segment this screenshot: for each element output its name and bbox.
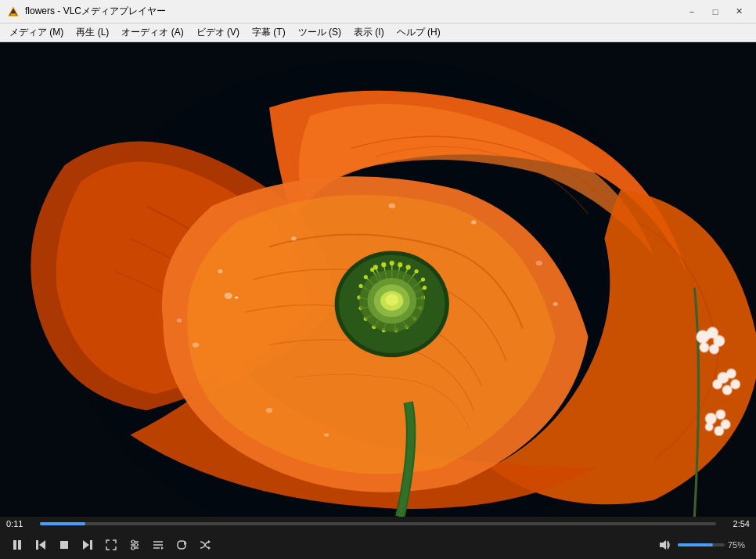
svg-rect-90 — [60, 541, 68, 549]
svg-point-76 — [712, 379, 722, 389]
menu-media[interactable]: メディア (M) — [3, 24, 70, 41]
fullscreen-icon — [106, 539, 117, 550]
svg-rect-2 — [11, 13, 16, 15]
playlist-button[interactable] — [147, 534, 169, 556]
svg-point-16 — [553, 302, 558, 306]
play-pause-button[interactable] — [6, 534, 28, 556]
svg-point-7 — [193, 342, 199, 347]
title-bar: flowers - VLCメディアプレイヤー − □ ✕ — [0, 0, 756, 23]
svg-point-59 — [364, 275, 368, 279]
volume-slider[interactable] — [678, 543, 725, 546]
volume-button[interactable] — [656, 534, 675, 556]
svg-point-73 — [726, 369, 736, 379]
svg-point-65 — [385, 294, 398, 306]
svg-point-60 — [370, 268, 374, 272]
volume-label: 75% — [728, 540, 750, 550]
stop-icon — [59, 540, 69, 550]
svg-point-9 — [266, 408, 272, 413]
svg-point-69 — [709, 344, 719, 355]
svg-point-14 — [471, 220, 476, 224]
svg-point-13 — [389, 204, 395, 208]
title-left: flowers - VLCメディアプレイヤー — [6, 5, 166, 19]
svg-rect-87 — [18, 540, 21, 550]
progress-fill — [40, 522, 85, 525]
progress-bar-container: 0:11 2:54 — [0, 517, 756, 531]
sliders-icon — [129, 539, 140, 550]
volume-icon — [659, 539, 671, 550]
svg-point-70 — [700, 342, 710, 352]
menu-bar: メディア (M) 再生 (L) オーディオ (A) ビデオ (V) 字幕 (T)… — [0, 23, 756, 42]
prev-button[interactable] — [30, 534, 52, 556]
fullscreen-button[interactable] — [100, 534, 122, 556]
filename: flowers — [25, 5, 55, 16]
video-frame — [0, 42, 756, 517]
svg-point-11 — [177, 319, 182, 323]
svg-rect-86 — [13, 540, 16, 550]
close-button[interactable]: ✕ — [728, 4, 750, 20]
maximize-button[interactable]: □ — [704, 4, 726, 20]
next-button[interactable] — [77, 534, 99, 556]
window-controls: − □ ✕ — [681, 4, 750, 20]
svg-point-77 — [705, 413, 717, 424]
menu-video[interactable]: ビデオ (V) — [190, 24, 246, 41]
buttons-row: 75% — [0, 531, 756, 559]
minimize-button[interactable]: − — [681, 4, 703, 20]
svg-point-47 — [423, 286, 427, 290]
svg-point-80 — [714, 426, 724, 436]
next-icon — [82, 539, 93, 550]
svg-point-12 — [291, 236, 296, 240]
menu-audio[interactable]: オーディオ (A) — [115, 24, 189, 41]
pause-icon — [12, 539, 23, 550]
svg-point-10 — [324, 433, 329, 436]
svg-point-97 — [135, 543, 138, 546]
app-name: - VLCメディアプレイヤー — [55, 5, 166, 16]
svg-point-6 — [235, 296, 238, 298]
svg-point-46 — [421, 277, 425, 281]
svg-marker-105 — [208, 546, 211, 550]
loop-button[interactable] — [171, 534, 193, 556]
svg-point-78 — [716, 409, 726, 420]
prev-icon — [35, 539, 46, 550]
svg-point-71 — [704, 331, 711, 339]
svg-point-81 — [705, 423, 713, 431]
svg-point-41 — [381, 262, 386, 267]
stop-button[interactable] — [53, 534, 75, 556]
progress-track[interactable] — [40, 522, 716, 525]
svg-point-74 — [730, 379, 740, 389]
svg-point-8 — [218, 269, 222, 273]
svg-point-96 — [131, 540, 135, 543]
vlc-icon — [6, 5, 20, 19]
svg-marker-91 — [83, 540, 89, 550]
svg-marker-106 — [660, 540, 666, 550]
svg-rect-92 — [90, 540, 92, 550]
svg-point-42 — [390, 261, 394, 265]
shuffle-button[interactable] — [194, 534, 216, 556]
svg-rect-89 — [36, 540, 38, 550]
svg-point-15 — [536, 261, 542, 265]
svg-point-44 — [406, 265, 411, 269]
controls-area: 0:11 2:54 — [0, 517, 756, 559]
shuffle-icon — [200, 539, 211, 550]
svg-point-45 — [414, 269, 418, 273]
menu-tools[interactable]: ツール (S) — [292, 24, 347, 41]
menu-subtitle[interactable]: 字幕 (T) — [246, 24, 292, 41]
volume-fill — [678, 543, 713, 546]
svg-point-75 — [722, 385, 733, 395]
svg-point-98 — [131, 546, 135, 550]
svg-point-43 — [398, 262, 402, 267]
menu-playback[interactable]: 再生 (L) — [70, 24, 115, 41]
svg-marker-102 — [161, 546, 164, 550]
playlist-icon — [153, 539, 164, 550]
time-total: 2:54 — [722, 519, 750, 528]
svg-point-58 — [358, 284, 362, 288]
title-text: flowers - VLCメディアプレイヤー — [25, 5, 166, 18]
menu-view[interactable]: 表示 (I) — [347, 24, 391, 41]
svg-marker-104 — [208, 540, 211, 543]
time-current: 0:11 — [6, 519, 34, 528]
video-area[interactable] — [0, 42, 756, 517]
svg-marker-88 — [39, 540, 45, 550]
extended-button[interactable] — [124, 534, 146, 556]
loop-icon — [176, 539, 187, 550]
svg-point-5 — [225, 293, 232, 299]
menu-help[interactable]: ヘルプ (H) — [391, 24, 447, 41]
